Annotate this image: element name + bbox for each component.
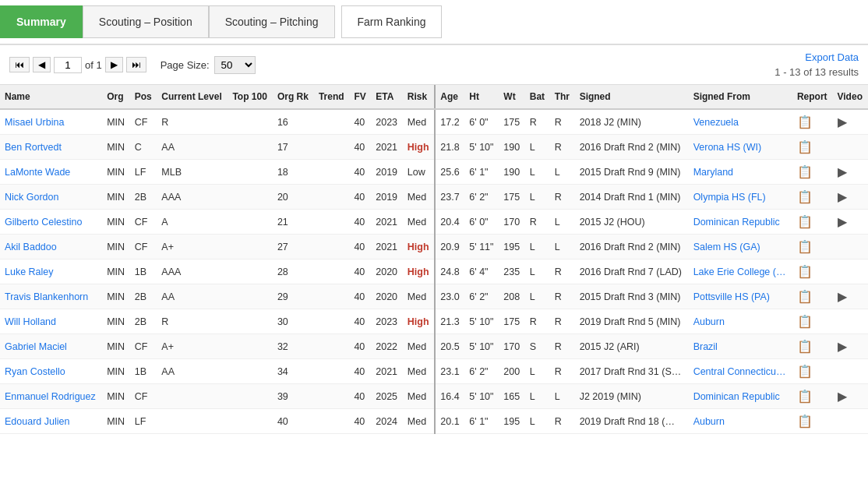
cell-report[interactable]: 📋 xyxy=(792,284,833,309)
report-icon[interactable]: 📋 xyxy=(797,340,813,353)
first-page-button[interactable]: ⏮ xyxy=(9,57,30,72)
tab-farm-ranking[interactable]: Farm Ranking xyxy=(341,5,443,38)
report-icon[interactable]: 📋 xyxy=(797,115,813,129)
report-icon[interactable]: 📋 xyxy=(797,215,813,228)
report-icon[interactable]: 📋 xyxy=(797,365,813,378)
cell-video[interactable]: ▶ xyxy=(833,109,869,135)
video-icon[interactable]: ▶ xyxy=(838,165,847,178)
cell-report[interactable]: 📋 xyxy=(792,185,833,210)
cell-name[interactable]: LaMonte Wade xyxy=(0,160,102,185)
cell-signed-from[interactable]: Central Connecticu… xyxy=(689,359,792,384)
cell-video[interactable] xyxy=(833,309,869,334)
cell-report[interactable]: 📋 xyxy=(792,359,833,384)
report-icon[interactable]: 📋 xyxy=(797,140,813,154)
last-page-button[interactable]: ⏭ xyxy=(126,57,146,72)
cell-video[interactable] xyxy=(833,135,869,160)
cell-report[interactable]: 📋 xyxy=(792,309,833,334)
cell-level: AA xyxy=(157,135,228,160)
cell-thr: L xyxy=(550,160,575,185)
cell-report[interactable]: 📋 xyxy=(792,109,833,135)
export-link[interactable]: Export Data xyxy=(805,51,859,63)
cell-name[interactable]: Enmanuel Rodriguez xyxy=(0,384,102,409)
report-icon[interactable]: 📋 xyxy=(797,165,813,178)
report-icon[interactable]: 📋 xyxy=(797,290,813,303)
next-page-button[interactable]: ▶ xyxy=(105,57,123,72)
video-icon[interactable]: ▶ xyxy=(838,190,847,203)
cell-age: 21.8 xyxy=(435,135,464,160)
cell-report[interactable]: 📋 xyxy=(792,259,833,284)
tab-scouting-position[interactable]: Scouting – Position xyxy=(83,5,209,38)
cell-name[interactable]: Misael Urbina xyxy=(0,109,102,135)
cell-eta: 2023 xyxy=(371,309,403,334)
cell-name[interactable]: Will Holland xyxy=(0,309,102,334)
cell-signed-from[interactable]: Brazil xyxy=(689,334,792,359)
report-icon[interactable]: 📋 xyxy=(797,415,813,428)
cell-report[interactable]: 📋 xyxy=(792,334,833,359)
cell-signed-from[interactable]: Venezuela xyxy=(689,109,792,135)
cell-name[interactable]: Gilberto Celestino xyxy=(0,210,102,235)
cell-report[interactable]: 📋 xyxy=(792,135,833,160)
page-input[interactable] xyxy=(54,57,82,73)
video-icon[interactable]: ▶ xyxy=(838,340,847,353)
cell-name[interactable]: Edouard Julien xyxy=(0,409,102,434)
cell-video[interactable] xyxy=(833,259,869,284)
controls-bar: ⏮ ◀ of 1 ▶ ⏭ Page Size: 50 25 100 Export… xyxy=(0,45,868,85)
cell-pos: CF xyxy=(130,235,157,259)
cell-video[interactable]: ▶ xyxy=(833,210,869,235)
col-name: Name xyxy=(0,85,102,109)
cell-signed-from[interactable]: Auburn xyxy=(689,409,792,434)
cell-name[interactable]: Nick Gordon xyxy=(0,185,102,210)
cell-name[interactable]: Gabriel Maciel xyxy=(0,334,102,359)
page-size-select[interactable]: 50 25 100 xyxy=(214,56,256,74)
cell-video[interactable]: ▶ xyxy=(833,334,869,359)
cell-name[interactable]: Luke Raley xyxy=(0,259,102,284)
cell-video[interactable] xyxy=(833,409,869,434)
cell-report[interactable]: 📋 xyxy=(792,384,833,409)
prev-page-button[interactable]: ◀ xyxy=(33,57,51,72)
cell-name[interactable]: Ben Rortvedt xyxy=(0,135,102,160)
cell-report[interactable]: 📋 xyxy=(792,409,833,434)
cell-top100 xyxy=(228,135,273,160)
cell-org-rk: 29 xyxy=(273,284,314,309)
cell-wt: 195 xyxy=(499,409,524,434)
report-icon[interactable]: 📋 xyxy=(797,265,813,278)
cell-signed-from[interactable]: Dominican Republic xyxy=(689,210,792,235)
cell-signed-from[interactable]: Dominican Republic xyxy=(689,384,792,409)
cell-name[interactable]: Ryan Costello xyxy=(0,359,102,384)
cell-video[interactable]: ▶ xyxy=(833,284,869,309)
cell-signed-from[interactable]: Auburn xyxy=(689,309,792,334)
cell-name[interactable]: Travis Blankenhorn xyxy=(0,284,102,309)
cell-video[interactable]: ▶ xyxy=(833,185,869,210)
video-icon[interactable]: ▶ xyxy=(838,390,847,403)
cell-video[interactable] xyxy=(833,359,869,384)
video-icon[interactable]: ▶ xyxy=(838,290,847,303)
table-row: LaMonte Wade MIN LF MLB 18 40 2019 Low 2… xyxy=(0,160,868,185)
cell-signed-from[interactable]: Salem HS (GA) xyxy=(689,235,792,259)
report-icon[interactable]: 📋 xyxy=(797,190,813,203)
cell-name[interactable]: Akil Baddoo xyxy=(0,235,102,259)
cell-report[interactable]: 📋 xyxy=(792,235,833,259)
table-row: Misael Urbina MIN CF R 16 40 2023 Med 17… xyxy=(0,109,868,135)
cell-eta: 2021 xyxy=(371,235,403,259)
cell-video[interactable]: ▶ xyxy=(833,160,869,185)
cell-report[interactable]: 📋 xyxy=(792,160,833,185)
cell-signed-from[interactable]: Verona HS (WI) xyxy=(689,135,792,160)
video-icon[interactable]: ▶ xyxy=(838,215,847,228)
cell-video[interactable]: ▶ xyxy=(833,384,869,409)
cell-signed-from[interactable]: Olympia HS (FL) xyxy=(689,185,792,210)
report-icon[interactable]: 📋 xyxy=(797,240,813,253)
video-icon[interactable]: ▶ xyxy=(838,115,847,129)
report-icon[interactable]: 📋 xyxy=(797,390,813,403)
cell-signed-from[interactable]: Pottsville HS (PA) xyxy=(689,284,792,309)
cell-signed-from[interactable]: Maryland xyxy=(689,160,792,185)
cell-signed-from[interactable]: Lake Erie College (… xyxy=(689,259,792,284)
cell-eta: 2019 xyxy=(371,160,403,185)
cell-video[interactable] xyxy=(833,235,869,259)
tab-summary[interactable]: Summary xyxy=(0,5,83,38)
cell-age: 20.4 xyxy=(435,210,464,235)
cell-risk: Med xyxy=(403,284,436,309)
report-icon[interactable]: 📋 xyxy=(797,315,813,328)
cell-report[interactable]: 📋 xyxy=(792,210,833,235)
tab-scouting-pitching[interactable]: Scouting – Pitching xyxy=(209,5,335,38)
cell-ht: 5' 10" xyxy=(464,135,499,160)
